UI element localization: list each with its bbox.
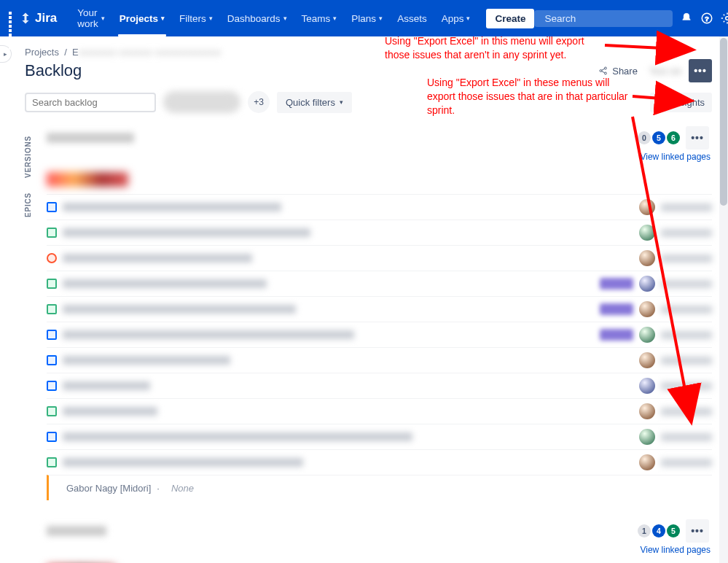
issue-type-icon [47, 279, 57, 289]
more-avatars-count[interactable]: +3 [248, 91, 270, 113]
brand-label: Jira [35, 11, 57, 26]
nav-projects[interactable]: Projects▾ [112, 0, 172, 36]
view-linked-pages-link[interactable]: View linked pages [47, 152, 711, 162]
chart-icon [657, 97, 668, 107]
test-view-remnant: Test vie [649, 66, 681, 77]
chevron-down-icon: ▾ [333, 15, 337, 22]
jira-icon [19, 12, 32, 25]
assignee-avatar[interactable] [639, 276, 655, 292]
issue-row[interactable] [47, 271, 712, 296]
chevron-down-icon: ▾ [379, 15, 383, 22]
assignee-avatars[interactable] [163, 91, 240, 113]
help-icon[interactable]: ? [700, 8, 713, 28]
chevron-down-icon: ▾ [161, 15, 165, 22]
epic-label[interactable] [600, 278, 633, 290]
chevron-down-icon: ▾ [283, 15, 287, 22]
assignee-avatar[interactable] [639, 454, 655, 470]
issue-row[interactable] [47, 322, 712, 347]
issue-type-icon [47, 457, 57, 467]
status-pill-todo: 1 [638, 524, 651, 537]
issue-row[interactable] [47, 449, 712, 475]
notifications-icon[interactable] [680, 8, 693, 28]
backlog-more-menu[interactable]: ••• [689, 59, 712, 82]
svg-text:?: ? [705, 15, 709, 23]
assignee-avatar[interactable] [639, 199, 655, 215]
global-search[interactable] [534, 10, 673, 27]
breadcrumb-project-initial[interactable]: E [72, 47, 79, 58]
insights-button[interactable]: Insights [650, 93, 712, 112]
issue-row[interactable] [47, 194, 712, 220]
nav-your-work[interactable]: Your work▾ [70, 0, 112, 36]
issue-type-icon [47, 406, 57, 416]
chevron-down-icon: ▾ [340, 98, 343, 106]
jira-logo[interactable]: Jira [19, 11, 57, 26]
issue-type-icon [47, 355, 57, 365]
sprint-more-menu[interactable]: ••• [686, 126, 709, 150]
top-nav: Jira Your work▾ Projects▾ Filters▾ Dashb… [0, 0, 728, 36]
assignee-avatar[interactable] [639, 352, 655, 368]
issue-epic-none: None [171, 483, 194, 494]
issue-row[interactable] [47, 245, 712, 271]
assignee-avatar[interactable] [639, 403, 655, 419]
issue-row-detail[interactable]: Gabor Nagy [Midori] · None [47, 475, 712, 500]
chevron-down-icon: ▾ [466, 15, 470, 22]
issue-type-icon [47, 330, 57, 340]
sprint-more-menu[interactable]: ••• [686, 519, 709, 543]
epic-label[interactable] [600, 329, 633, 341]
backlog-search[interactable] [25, 93, 156, 112]
issue-author: Gabor Nagy [Midori] [66, 483, 151, 494]
nav-assets[interactable]: Assets [390, 0, 434, 36]
scrollbar-thumb[interactable] [720, 38, 727, 206]
quick-filters-button[interactable]: Quick filters▾ [277, 92, 352, 113]
status-pill-inprog: 4 [652, 524, 665, 537]
issue-row[interactable] [47, 424, 712, 449]
epic-label[interactable] [600, 303, 633, 315]
sprint-title[interactable] [47, 133, 134, 143]
assignee-avatar[interactable] [639, 301, 655, 317]
epic-header-blurred[interactable] [47, 172, 128, 187]
issue-row[interactable] [47, 373, 712, 398]
sprint-section-2: 1 4 5 ••• View linked pages [47, 519, 712, 563]
assignee-avatar[interactable] [639, 327, 655, 343]
assignee-avatar[interactable] [639, 250, 655, 266]
nav-plans[interactable]: Plans▾ [344, 0, 390, 36]
nav-teams[interactable]: Teams▾ [294, 0, 345, 36]
settings-icon[interactable] [721, 8, 728, 28]
assignee-avatar[interactable] [639, 225, 655, 241]
status-pill-inprog: 5 [652, 131, 665, 144]
share-icon [598, 66, 608, 76]
app-switcher-icon[interactable] [9, 12, 12, 25]
global-search-input[interactable] [544, 13, 668, 24]
nav-apps[interactable]: Apps▾ [434, 0, 478, 36]
nav-items: Your work▾ Projects▾ Filters▾ Dashboards… [70, 0, 534, 36]
breadcrumb-projects[interactable]: Projects [25, 47, 59, 58]
issue-row[interactable] [47, 398, 712, 424]
issue-type-icon [47, 432, 57, 442]
nav-dashboards[interactable]: Dashboards▾ [220, 0, 294, 36]
nav-filters[interactable]: Filters▾ [172, 0, 220, 36]
assignee-avatar[interactable] [639, 378, 655, 394]
backlog-search-input[interactable] [32, 97, 154, 108]
page-title: Backlog [25, 61, 82, 80]
issue-type-icon [47, 253, 57, 263]
status-pill-done: 6 [667, 131, 680, 144]
chevron-down-icon: ▾ [209, 15, 213, 22]
view-linked-pages-link[interactable]: View linked pages [47, 545, 711, 555]
sprint-section-1: 0 5 6 ••• View linked pages Gabor Nagy [… [47, 126, 712, 500]
issue-type-icon [47, 228, 57, 238]
issue-row[interactable] [47, 220, 712, 245]
create-button[interactable]: Create [486, 9, 534, 28]
status-pill-done: 5 [667, 524, 680, 537]
breadcrumb: Projects / Exxxxxxxx xxxxxxx xxxxxxxxxxx… [25, 47, 712, 58]
assignee-avatar[interactable] [639, 429, 655, 445]
issue-type-icon [47, 304, 57, 314]
share-button[interactable]: Share [592, 62, 643, 80]
versions-tab[interactable]: VERSIONS [24, 136, 32, 178]
issue-row[interactable] [47, 347, 712, 373]
issue-type-icon [47, 381, 57, 391]
sprint-title[interactable] [47, 526, 106, 536]
epics-tab[interactable]: EPICS [24, 193, 32, 217]
issue-row[interactable] [47, 296, 712, 322]
page-content: Projects / Exxxxxxxx xxxxxxx xxxxxxxxxxx… [0, 36, 728, 563]
issue-type-icon [47, 202, 57, 212]
